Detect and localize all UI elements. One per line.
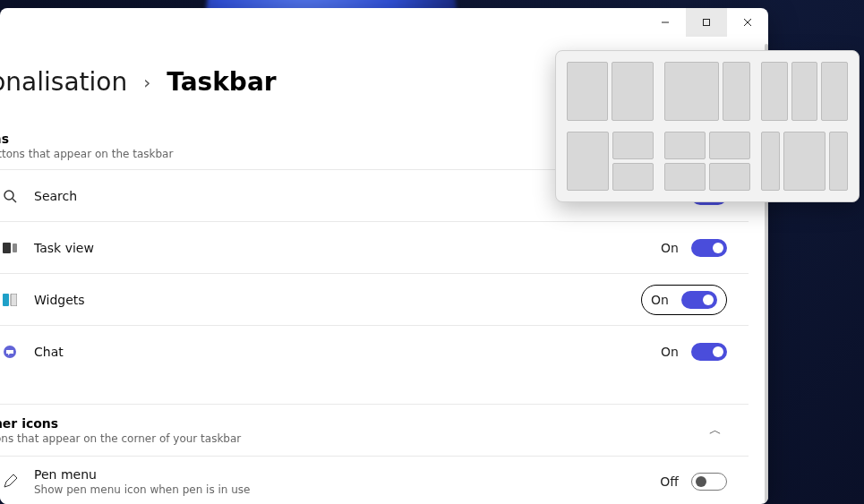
focused-control: On: [641, 285, 727, 315]
chevron-up-icon: ︿: [709, 423, 727, 439]
penmenu-toggle[interactable]: [691, 473, 727, 491]
minimize-button[interactable]: [645, 8, 686, 37]
svg-point-4: [4, 191, 13, 200]
search-icon: [2, 189, 18, 203]
section-title: Taskbar corner icons: [0, 416, 709, 431]
toggle-state-text: On: [651, 293, 669, 307]
snap-option-three-columns[interactable]: [759, 60, 850, 123]
row-chat: Chat On: [0, 325, 749, 377]
taskview-toggle[interactable]: [691, 239, 727, 257]
svg-rect-6: [3, 243, 11, 253]
pen-icon: [2, 474, 18, 489]
page-title: Taskbar: [167, 67, 276, 97]
toggle-state-text: On: [661, 345, 679, 359]
row-label: Task view: [34, 241, 661, 255]
row-widgets: Widgets On: [0, 273, 749, 325]
breadcrumb: Personalisation › Taskbar: [0, 67, 277, 97]
svg-line-5: [13, 199, 16, 202]
taskview-icon: [2, 243, 18, 253]
section-subtitle: Show or hide icons that appear on the co…: [0, 432, 709, 445]
section-corner-icons-group: Taskbar corner icons Show or hide icons …: [0, 404, 749, 504]
toggle-state-text: Off: [660, 474, 679, 489]
snap-option-center-wide[interactable]: [759, 130, 850, 192]
svg-rect-9: [11, 294, 17, 306]
row-taskview: Task view On: [0, 221, 749, 273]
widgets-icon: [2, 294, 18, 306]
maximize-button[interactable]: [686, 8, 727, 37]
section-corner-header-row[interactable]: Taskbar corner icons Show or hide icons …: [0, 404, 749, 456]
row-label: Widgets: [34, 293, 641, 307]
breadcrumb-parent[interactable]: Personalisation: [0, 67, 127, 97]
chat-icon: [2, 345, 18, 359]
svg-rect-8: [3, 294, 9, 306]
row-penmenu: Pen menu Show pen menu icon when pen is …: [0, 456, 749, 504]
svg-rect-7: [13, 243, 17, 252]
close-button[interactable]: [727, 8, 768, 37]
widgets-toggle[interactable]: [681, 291, 717, 309]
snap-layouts-flyout: [555, 50, 860, 202]
snap-option-split-50-50[interactable]: [565, 60, 655, 123]
row-subtitle: Show pen menu icon when pen is in use: [34, 483, 660, 496]
snap-option-split-70-30[interactable]: [663, 60, 753, 123]
svg-rect-1: [704, 20, 710, 26]
snap-option-quadrants[interactable]: [663, 130, 753, 192]
chat-toggle[interactable]: [691, 343, 727, 361]
snap-option-left-plus-stack[interactable]: [565, 130, 655, 192]
row-label: Chat: [34, 345, 661, 359]
chevron-right-icon: ›: [143, 72, 150, 93]
row-label: Pen menu: [34, 467, 660, 482]
window-titlebar: [645, 8, 768, 37]
toggle-state-text: On: [661, 241, 679, 255]
